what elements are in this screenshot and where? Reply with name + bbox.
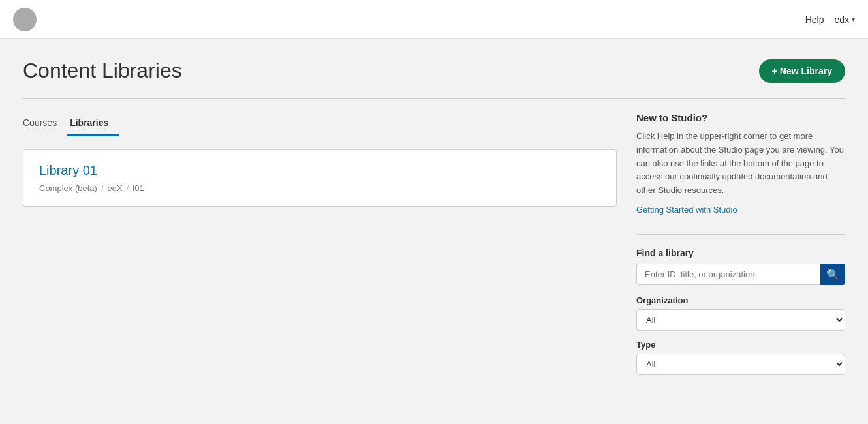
- find-library-label: Find a library: [636, 248, 845, 258]
- meta-sep-1: /: [101, 183, 104, 193]
- search-button[interactable]: 🔍: [820, 264, 845, 285]
- page-container: Content Libraries + New Library Courses …: [10, 39, 858, 423]
- library-card-meta: Complex (beta) / edX / l01: [39, 183, 600, 193]
- library-card: Library 01 Complex (beta) / edX / l01: [23, 149, 617, 207]
- getting-started-link[interactable]: Getting Started with Studio: [636, 205, 737, 215]
- user-menu[interactable]: edx ▾: [834, 14, 855, 25]
- chevron-down-icon: ▾: [852, 16, 855, 23]
- page-header: Content Libraries + New Library: [23, 59, 845, 83]
- logo: [13, 8, 37, 31]
- search-row: 🔍: [636, 264, 845, 285]
- tabs: Courses Libraries: [23, 112, 617, 136]
- main-column: Courses Libraries Library 01 Complex (be…: [23, 112, 617, 404]
- sidebar-divider: [636, 234, 845, 235]
- type-select[interactable]: All: [636, 354, 845, 375]
- help-link[interactable]: Help: [805, 14, 824, 25]
- content-area: Courses Libraries Library 01 Complex (be…: [23, 112, 845, 404]
- search-input[interactable]: [636, 264, 820, 285]
- header: Help edx ▾: [0, 0, 868, 39]
- help-description: Click Help in the upper-right corner to …: [636, 130, 845, 198]
- logo-icon: [13, 8, 37, 31]
- help-title: New to Studio?: [636, 112, 845, 123]
- header-right: Help edx ▾: [805, 14, 855, 25]
- user-label: edx: [834, 14, 849, 25]
- new-library-button[interactable]: + New Library: [759, 59, 845, 83]
- tab-libraries[interactable]: Libraries: [67, 112, 119, 136]
- search-icon: 🔍: [826, 268, 839, 280]
- sidebar-column: New to Studio? Click Help in the upper-r…: [636, 112, 845, 404]
- find-library-section: Find a library 🔍 Organization All Type A…: [636, 248, 845, 384]
- tab-courses[interactable]: Courses: [23, 112, 67, 136]
- page-divider: [23, 98, 845, 99]
- page-title: Content Libraries: [23, 59, 182, 83]
- type-label: Type: [636, 340, 845, 350]
- library-org: edX: [108, 183, 123, 193]
- org-select[interactable]: All: [636, 309, 845, 331]
- library-type: Complex (beta): [39, 183, 97, 193]
- org-label: Organization: [636, 295, 845, 305]
- library-id: l01: [132, 183, 144, 193]
- help-section: New to Studio? Click Help in the upper-r…: [636, 112, 845, 215]
- library-card-title[interactable]: Library 01: [39, 163, 600, 178]
- meta-sep-2: /: [127, 183, 129, 193]
